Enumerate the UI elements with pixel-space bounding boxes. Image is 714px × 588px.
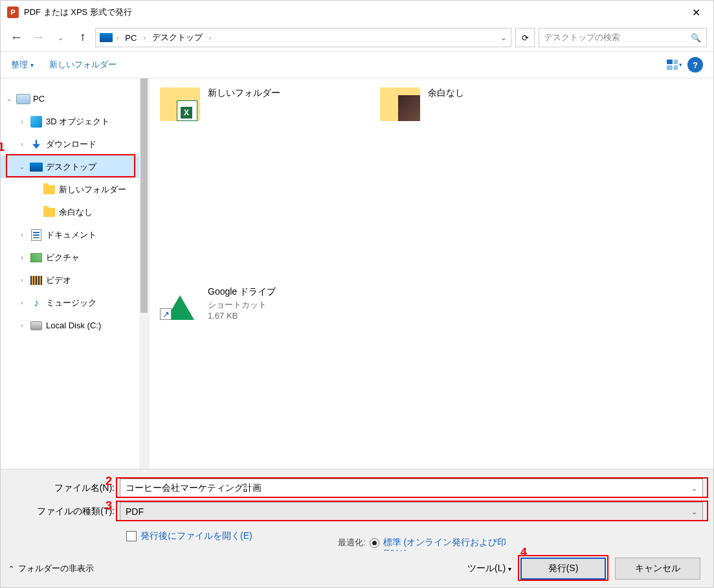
breadcrumb-pc[interactable]: PC <box>122 33 139 43</box>
view-mode-button[interactable]: ▾ <box>667 57 682 73</box>
svg-rect-1 <box>674 60 678 64</box>
file-type: ショートカット <box>208 299 276 311</box>
breadcrumb-desktop[interactable]: デスクトップ <box>150 32 205 43</box>
tree-label: ミュージック <box>46 297 96 309</box>
chevron-down-icon[interactable]: ⌄ <box>691 484 697 493</box>
expand-icon[interactable]: › <box>17 118 27 125</box>
up-button[interactable]: 🠕 <box>73 28 91 47</box>
monitor-icon <box>100 33 113 42</box>
tree-label: 余白なし <box>59 207 93 218</box>
address-bar[interactable]: › PC › デスクトップ › ⌄ <box>95 28 511 47</box>
filetype-select[interactable]: PDF ⌄ <box>120 502 703 521</box>
tree-label: ビデオ <box>46 275 71 286</box>
open-after-checkbox[interactable] <box>126 531 137 541</box>
expand-icon[interactable]: › <box>17 277 27 284</box>
chevron-right-icon: › <box>117 34 118 41</box>
expand-icon[interactable]: › <box>17 299 27 306</box>
tree-node-downloads[interactable]: › ダウンロード <box>1 133 149 155</box>
radio-standard[interactable] <box>370 538 379 548</box>
file-item[interactable]: 新しいフォルダー <box>160 87 354 121</box>
tree-node-new-folder[interactable]: 新しいフォルダー <box>1 178 149 201</box>
hide-folders-button[interactable]: ⌃ フォルダーの非表示 <box>8 563 94 574</box>
chevron-up-icon: ⌃ <box>8 565 14 573</box>
folder-icon <box>43 208 55 217</box>
filetype-value: PDF <box>126 506 144 517</box>
cube-icon <box>30 116 42 128</box>
file-name: 新しいフォルダー <box>208 87 280 99</box>
collapse-icon[interactable]: ⌄ <box>5 95 14 102</box>
expand-icon[interactable]: › <box>17 141 27 148</box>
open-after-label[interactable]: 発行後にファイルを開く(E) <box>140 530 252 542</box>
file-item[interactable]: ↗ Google ドライブ ショートカット 1.67 KB <box>160 286 354 321</box>
chevron-down-icon[interactable]: ⌄ <box>691 508 697 516</box>
back-button[interactable]: 🠔 <box>7 28 25 47</box>
tools-dropdown[interactable]: ツール(L) ▾ <box>467 563 511 574</box>
file-size: 1.67 KB <box>208 311 276 321</box>
chevron-right-icon: › <box>143 34 145 41</box>
cancel-button[interactable]: キャンセル <box>615 558 700 580</box>
expand-icon[interactable]: › <box>17 322 27 329</box>
folder-icon <box>43 185 55 194</box>
tree-label: PC <box>33 94 45 104</box>
filename-value: コーヒー会社マーケティング計画 <box>126 482 262 494</box>
expand-icon[interactable]: › <box>17 231 27 238</box>
folder-icon <box>160 87 200 121</box>
organize-button[interactable]: 整理 ▾ <box>11 59 34 71</box>
tree-node-documents[interactable]: › ドキュメント <box>1 223 149 246</box>
chevron-right-icon: › <box>209 34 211 41</box>
window-title: PDF または XPS 形式で発行 <box>24 6 686 18</box>
tree-node-pictures[interactable]: › ピクチャ <box>1 246 149 269</box>
shortcut-badge: ↗ <box>160 308 172 320</box>
forward-button[interactable]: 🠖 <box>29 28 47 47</box>
google-drive-icon: ↗ <box>160 286 200 320</box>
picture-icon <box>30 253 42 262</box>
recent-dropdown[interactable]: ⌄ <box>51 28 69 47</box>
music-icon: ♪ <box>34 297 39 309</box>
search-input[interactable]: デスクトップの検索 🔍 <box>539 28 707 47</box>
video-icon <box>30 276 42 285</box>
filename-input[interactable]: コーヒー会社マーケティング計画 ⌄ <box>120 479 703 498</box>
folder-tree: ⌄ PC › 3D オブジェクト › ダウンロード ⌄ デスクトップ <box>1 78 150 469</box>
tree-node-music[interactable]: › ♪ ミュージック <box>1 291 149 314</box>
search-icon: 🔍 <box>691 33 701 43</box>
search-placeholder: デスクトップの検索 <box>544 32 620 43</box>
tree-node-no-margin[interactable]: 余白なし <box>1 201 149 223</box>
tree-label: Local Disk (C:) <box>46 321 101 330</box>
close-button[interactable]: ✕ <box>686 3 707 23</box>
tree-node-3d-objects[interactable]: › 3D オブジェクト <box>1 110 149 133</box>
filename-label: ファイル名(N): <box>11 482 120 494</box>
powerpoint-icon: P <box>7 6 19 18</box>
hide-folders-label: フォルダーの非表示 <box>18 563 94 574</box>
tree-label: ピクチャ <box>46 252 80 264</box>
tree-node-desktop[interactable]: ⌄ デスクトップ <box>1 155 149 178</box>
tree-label: デスクトップ <box>46 161 96 173</box>
tree-node-pc[interactable]: ⌄ PC <box>1 87 149 110</box>
chevron-down-icon[interactable]: ⌄ <box>500 33 507 42</box>
file-item[interactable]: 余白なし <box>380 87 574 121</box>
publish-button[interactable]: 発行(S) <box>520 558 606 580</box>
chevron-down-icon: ▾ <box>679 62 682 68</box>
refresh-button[interactable]: ⟳ <box>515 28 535 47</box>
chevron-down-icon: ▾ <box>30 62 34 69</box>
tree-node-videos[interactable]: › ビデオ <box>1 269 149 291</box>
chevron-down-icon: ▾ <box>508 565 511 572</box>
new-folder-button[interactable]: 新しいフォルダー <box>49 59 117 71</box>
tree-label: 新しいフォルダー <box>59 184 126 196</box>
svg-rect-2 <box>667 65 673 70</box>
desktop-icon <box>30 163 43 172</box>
file-name: 余白なし <box>428 87 464 99</box>
file-name: Google ドライブ <box>208 286 276 298</box>
pc-icon <box>16 94 30 104</box>
tree-node-local-disk[interactable]: › Local Disk (C:) <box>1 314 149 337</box>
help-button[interactable]: ? <box>687 57 703 73</box>
download-icon <box>32 140 40 149</box>
svg-rect-3 <box>674 65 678 70</box>
disk-icon <box>30 321 42 330</box>
expand-icon[interactable]: › <box>17 254 27 261</box>
tree-label: ドキュメント <box>46 229 96 241</box>
file-list[interactable]: 新しいフォルダー 余白なし ↗ Google ドライブ ショートカット 1.67… <box>150 78 713 469</box>
scrollbar[interactable] <box>139 78 149 469</box>
tree-label: ダウンロード <box>46 139 96 150</box>
document-icon <box>31 229 41 241</box>
collapse-icon[interactable]: ⌄ <box>17 163 27 170</box>
